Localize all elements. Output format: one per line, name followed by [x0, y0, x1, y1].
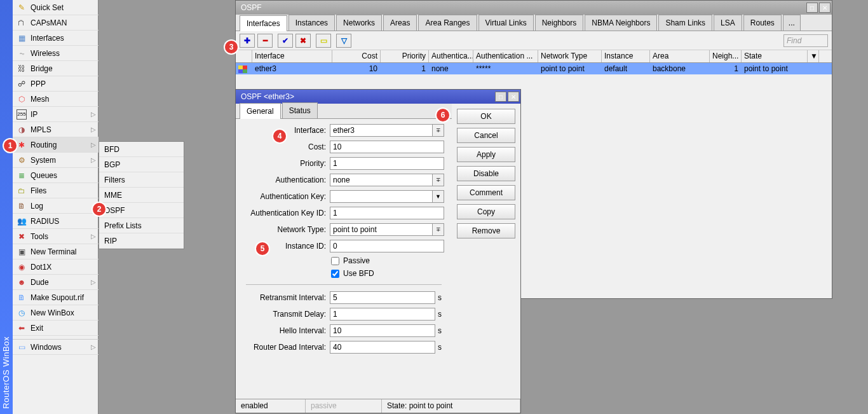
tab-networks[interactable]: Networks	[336, 15, 382, 31]
menu-log[interactable]: 🗎Log	[13, 198, 98, 214]
menu-routing[interactable]: ✱Routing▷	[13, 137, 98, 153]
col-area[interactable]: Area	[650, 50, 710, 62]
instid-input[interactable]	[330, 240, 444, 252]
col-interface[interactable]: Interface	[252, 50, 332, 62]
cell-authkey: *****	[473, 64, 538, 73]
filter-button[interactable]: ▽	[336, 34, 351, 48]
sub-prefixlists[interactable]: Prefix Lists	[99, 218, 184, 233]
sub-bgp[interactable]: BGP	[99, 157, 184, 172]
tab-instances[interactable]: Instances	[288, 15, 335, 31]
grid-row[interactable]: ether3 10 1 none ***** point to point de…	[236, 63, 832, 74]
authkeyid-input[interactable]	[330, 207, 444, 219]
tab-interfaces[interactable]: Interfaces	[240, 15, 287, 31]
menu-bridge[interactable]: ⛓Bridge	[13, 61, 98, 76]
enable-button[interactable]: ✔	[278, 34, 293, 48]
remove-button[interactable]: ━	[257, 34, 273, 48]
tab-general[interactable]: General	[240, 103, 281, 119]
menu-supout[interactable]: 🗎Make Supout.rif	[13, 290, 98, 305]
menu-windows[interactable]: ▭Windows▷	[13, 340, 98, 355]
sub-ospf[interactable]: OSPF	[99, 203, 184, 218]
cancel-button[interactable]: Cancel	[457, 128, 515, 143]
usebfd-checkbox[interactable]	[331, 270, 339, 278]
sub-filters[interactable]: Filters	[99, 172, 184, 188]
copy-button[interactable]: Copy	[457, 204, 515, 219]
dialog-titlebar[interactable]: OSPF <ether3> □ ✕	[236, 90, 520, 104]
dropdown-icon[interactable]: ∓	[433, 124, 444, 137]
col-cost[interactable]: Cost	[332, 50, 381, 62]
menu-radius[interactable]: 👥RADIUS	[13, 214, 98, 229]
col-authkey[interactable]: Authentication ...	[473, 50, 538, 62]
passive-checkbox[interactable]	[331, 257, 339, 265]
tab-vlinks[interactable]: Virtual Links	[478, 15, 534, 31]
tdelay-input[interactable]	[330, 308, 435, 321]
menu-tools[interactable]: ✖Tools▷	[13, 229, 98, 244]
tab-status[interactable]: Status	[282, 102, 318, 118]
menu-exit[interactable]: ⬅Exit	[13, 321, 98, 336]
tab-routes[interactable]: Routes	[743, 15, 782, 31]
menu-winbox[interactable]: ◷New WinBox	[13, 305, 98, 321]
expand-icon[interactable]: ▼	[433, 190, 444, 203]
tab-areas[interactable]: Areas	[383, 15, 417, 31]
tab-neighbors[interactable]: Neighbors	[535, 15, 584, 31]
tab-nbma[interactable]: NBMA Neighbors	[585, 15, 657, 31]
sub-rip[interactable]: RIP	[99, 233, 184, 249]
priority-input[interactable]	[330, 157, 444, 170]
sub-bfd[interactable]: BFD	[99, 142, 184, 157]
ok-button[interactable]: OK	[457, 109, 515, 124]
tab-more[interactable]: ...	[783, 15, 801, 31]
close-button[interactable]: ✕	[819, 3, 831, 13]
menu-interfaces[interactable]: ▦Interfaces	[13, 31, 98, 46]
authkey-input[interactable]	[330, 190, 433, 203]
col-priority[interactable]: Priority	[381, 50, 429, 62]
tab-arearanges[interactable]: Area Ranges	[418, 15, 477, 31]
sub-mme[interactable]: MME	[99, 188, 184, 203]
tab-lsa[interactable]: LSA	[714, 15, 742, 31]
disable-button[interactable]: ✖	[295, 34, 311, 48]
disable-button[interactable]: Disable	[457, 166, 515, 181]
unit-s: s	[438, 326, 444, 335]
col-instance[interactable]: Instance	[602, 50, 650, 62]
tab-sham[interactable]: Sham Links	[658, 15, 712, 31]
menu-label: Routing	[31, 141, 57, 149]
menu-mesh[interactable]: ⬡Mesh	[13, 92, 98, 107]
menu-capsman[interactable]: ⛫CAPsMAN	[13, 15, 98, 31]
menu-dot1x[interactable]: ◉Dot1X	[13, 259, 98, 275]
menu-system[interactable]: ⚙System▷	[13, 153, 98, 168]
hello-input[interactable]	[330, 324, 435, 337]
col-ntype[interactable]: Network Type	[538, 50, 602, 62]
col-neigh[interactable]: Neigh...	[710, 50, 742, 62]
close-button[interactable]: ✕	[508, 92, 519, 102]
menu-dude[interactable]: ☻Dude▷	[13, 275, 98, 290]
cost-input[interactable]	[330, 141, 444, 153]
col-state[interactable]: State	[742, 50, 808, 62]
comment-button[interactable]: ▭	[316, 34, 331, 48]
col-auth[interactable]: Authentica...	[429, 50, 473, 62]
menu-queues[interactable]: ≣Queues	[13, 168, 98, 183]
add-button[interactable]: ✚	[240, 34, 255, 48]
menu-quickset[interactable]: ✎Quick Set	[13, 0, 98, 15]
maximize-button[interactable]: □	[806, 3, 818, 13]
menu-ppp[interactable]: ☍PPP	[13, 76, 98, 92]
dropdown-icon[interactable]: ∓	[433, 223, 444, 236]
ntype-input[interactable]	[330, 223, 433, 236]
chevron-right-icon: ▷	[91, 233, 96, 240]
interface-input[interactable]	[330, 124, 433, 137]
comment-button[interactable]: Comment	[457, 185, 515, 200]
maximize-button[interactable]: □	[495, 92, 506, 102]
remove-button[interactable]: Remove	[457, 223, 515, 238]
menu-wireless[interactable]: ⏦Wireless	[13, 46, 98, 61]
dead-input[interactable]	[330, 341, 435, 354]
sidebar: RouterOS WinBox ✎Quick Set ⛫CAPsMAN ▦Int…	[0, 0, 98, 414]
menu-ip[interactable]: 255IP▷	[13, 107, 98, 122]
col-dropdown[interactable]: ▼	[808, 50, 819, 62]
dropdown-icon[interactable]: ∓	[433, 174, 444, 186]
find-input[interactable]: Find	[783, 34, 828, 47]
menu-files[interactable]: 🗀Files	[13, 183, 98, 198]
auth-input[interactable]	[330, 174, 433, 186]
menu-mpls[interactable]: ◑MPLS▷	[13, 122, 98, 137]
retrans-input[interactable]	[330, 291, 435, 304]
col-icon[interactable]	[236, 50, 252, 62]
apply-button[interactable]: Apply	[457, 147, 515, 162]
menu-terminal[interactable]: ▣New Terminal	[13, 244, 98, 259]
ospf-titlebar[interactable]: OSPF □ ✕	[236, 1, 832, 15]
